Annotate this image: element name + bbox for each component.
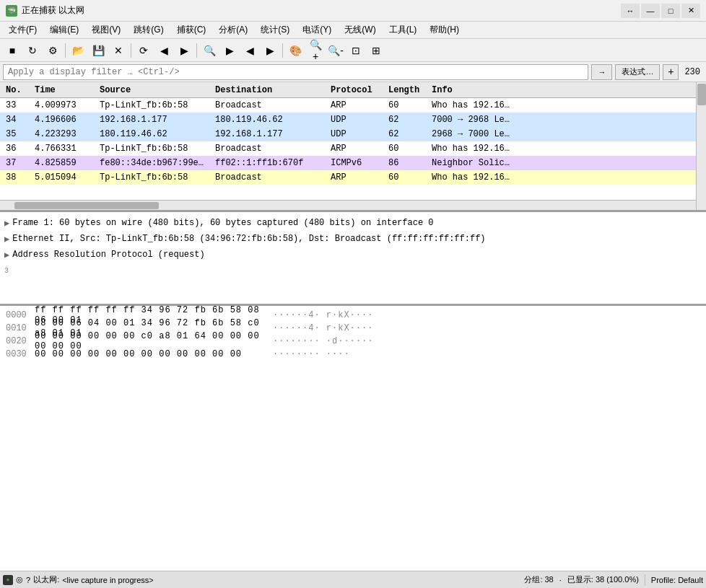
- toolbar-search[interactable]: 🔍: [200, 42, 219, 59]
- expand-frame-icon: ▶: [4, 218, 9, 229]
- status-dot: ·: [559, 576, 562, 584]
- toolbar-zoom-out[interactable]: 🔍-: [326, 42, 345, 59]
- toolbar-layout[interactable]: ⊞: [367, 42, 385, 59]
- filter-count: 230: [681, 67, 703, 77]
- pin-button[interactable]: ↔: [621, 4, 640, 18]
- status-displayed: 已显示: 38 (100.0%): [567, 574, 639, 585]
- toolbar-options[interactable]: ⚙: [43, 42, 62, 59]
- packet-list: No. Time Source Destination Protocol Len…: [0, 82, 706, 212]
- hex-row: 003000 00 00 00 00 00 00 00 00 00 00 00·…: [0, 348, 706, 361]
- toolbar-close-file[interactable]: ✕: [109, 42, 128, 59]
- toolbar: ■ ↻ ⚙ 📂 💾 ✕ ⟳ ◀ ▶ 🔍 ▶ ◀ ▶ 🎨 🔍+ 🔍- ⊡ ⊞: [0, 39, 706, 62]
- filter-bar: → 表达式… + 230: [0, 62, 706, 82]
- add-filter-button[interactable]: +: [663, 64, 679, 80]
- detail-row-ethernet[interactable]: ▶ Ethernet II, Src: Tp-LinkT_fb:6b:58 (3…: [0, 231, 706, 247]
- detail-num: 3: [4, 267, 9, 275]
- menu-item-视图[interactable]: 视图(V): [86, 22, 126, 38]
- h-scrollbar-thumb[interactable]: [14, 202, 159, 209]
- detail-arp-text: Address Resolution Protocol (request): [12, 250, 204, 260]
- detail-row-arp[interactable]: ▶ Address Resolution Protocol (request): [0, 247, 706, 263]
- detail-ethernet-text: Ethernet II, Src: Tp-LinkT_fb:6b:58 (34:…: [12, 234, 485, 244]
- toolbar-open[interactable]: 📂: [69, 42, 87, 59]
- menu-item-文件[interactable]: 文件(F): [3, 22, 43, 38]
- menu-item-捕获[interactable]: 捕获(C): [171, 22, 212, 38]
- close-button[interactable]: ✕: [681, 4, 700, 18]
- menu-item-编辑[interactable]: 编辑(E): [44, 22, 84, 38]
- v-scrollbar-thumb[interactable]: [697, 84, 706, 105]
- menu-item-电话[interactable]: 电话(Y): [297, 22, 337, 38]
- col-info: Info: [429, 85, 703, 95]
- expand-ethernet-icon: ▶: [4, 234, 9, 245]
- toolbar-go[interactable]: ▶: [220, 42, 239, 59]
- toolbar-save[interactable]: 💾: [89, 42, 108, 59]
- maximize-button[interactable]: □: [661, 4, 680, 18]
- col-destination: Destination: [212, 85, 328, 95]
- filter-arrow-button[interactable]: →: [591, 64, 612, 80]
- table-row[interactable]: 364.766331Tp-LinkT_fb:6b:58BroadcastARP6…: [0, 141, 706, 156]
- packet-list-header: No. Time Source Destination Protocol Len…: [0, 82, 706, 98]
- status-separator: [645, 574, 645, 586]
- col-source: Source: [97, 85, 212, 95]
- table-row[interactable]: 344.196606192.168.1.177180.119.46.62UDP6…: [0, 113, 706, 127]
- hex-rows: 0000ff ff ff ff ff ff 34 96 72 fb 6b 58 …: [0, 309, 706, 361]
- toolbar-prev[interactable]: ◀: [240, 42, 259, 59]
- menu-bar: 文件(F)编辑(E)视图(V)跳转(G)捕获(C)分析(A)统计(S)电话(Y)…: [0, 22, 706, 39]
- menu-item-无线[interactable]: 无线(W): [339, 22, 381, 38]
- menu-item-帮助[interactable]: 帮助(H): [424, 22, 465, 38]
- toolbar-stop[interactable]: ■: [3, 42, 22, 59]
- status-capture: <live capture in progress>: [62, 576, 154, 584]
- capture-indicator: ●: [3, 575, 13, 585]
- toolbar-next[interactable]: ▶: [261, 42, 279, 59]
- status-packets: 分组: 38: [524, 574, 553, 585]
- horizontal-scrollbar[interactable]: [0, 200, 696, 210]
- menu-item-分析[interactable]: 分析(A): [213, 22, 253, 38]
- toolbar-zoom-reset[interactable]: ⊡: [347, 42, 365, 59]
- col-no: No.: [3, 85, 32, 95]
- toolbar-zoom-in[interactable]: 🔍+: [306, 42, 325, 59]
- toolbar-restart[interactable]: ↻: [23, 42, 42, 59]
- col-protocol: Protocol: [328, 85, 385, 95]
- table-row[interactable]: 334.009973Tp-LinkT_fb:6b:58BroadcastARP6…: [0, 98, 706, 113]
- table-row[interactable]: 374.825859fe80::34de:b967:99e…ff02::1:ff…: [0, 156, 706, 170]
- table-row[interactable]: 385.015094Tp-LinkT_fb:6b:58BroadcastARP6…: [0, 170, 706, 185]
- detail-pane: ▶ Frame 1: 60 bytes on wire (480 bits), …: [0, 212, 706, 306]
- status-profile: Profile: Default: [651, 576, 703, 584]
- status-icon-q: ?: [26, 576, 30, 584]
- detail-frame-text: Frame 1: 60 bytes on wire (480 bits), 60…: [12, 218, 433, 228]
- status-bar: ● ◎ ? 以太网: <live capture in progress> 分组…: [0, 571, 706, 588]
- hex-pane: 0000ff ff ff ff ff ff 34 96 72 fb 6b 58 …: [0, 306, 706, 571]
- minimize-button[interactable]: —: [641, 4, 660, 18]
- hex-row: 002000 00 00 00 00 00 c0 a8 01 64 00 00 …: [0, 335, 706, 348]
- packet-rows: 334.009973Tp-LinkT_fb:6b:58BroadcastARP6…: [0, 98, 706, 185]
- menu-item-统计[interactable]: 统计(S): [255, 22, 295, 38]
- menu-item-跳转[interactable]: 跳转(G): [128, 22, 169, 38]
- vertical-scrollbar[interactable]: [696, 82, 706, 210]
- status-interface: 以太网:: [33, 574, 59, 585]
- title-bar: 🦈 正在捕获 以太网 ↔ — □ ✕: [0, 0, 706, 22]
- window-controls: ↔ — □ ✕: [621, 4, 700, 18]
- toolbar-back[interactable]: ◀: [154, 42, 173, 59]
- filter-input[interactable]: [3, 64, 588, 80]
- col-time: Time: [32, 85, 97, 95]
- toolbar-reload[interactable]: ⟳: [134, 42, 153, 59]
- toolbar-colorize[interactable]: 🎨: [286, 42, 305, 59]
- toolbar-forward[interactable]: ▶: [175, 42, 193, 59]
- expand-arp-icon: ▶: [4, 250, 9, 260]
- menu-item-工具[interactable]: 工具(L): [383, 22, 423, 38]
- detail-row-num: 3: [0, 263, 706, 278]
- detail-row-frame[interactable]: ▶ Frame 1: 60 bytes on wire (480 bits), …: [0, 215, 706, 231]
- expression-button[interactable]: 表达式…: [615, 64, 660, 80]
- col-length: Length: [385, 85, 429, 95]
- app-icon: 🦈: [6, 5, 17, 17]
- status-icon-shark: ◎: [16, 575, 23, 584]
- window-title: 正在捕获 以太网: [22, 4, 84, 17]
- table-row[interactable]: 354.223293180.119.46.62192.168.1.177UDP6…: [0, 127, 706, 141]
